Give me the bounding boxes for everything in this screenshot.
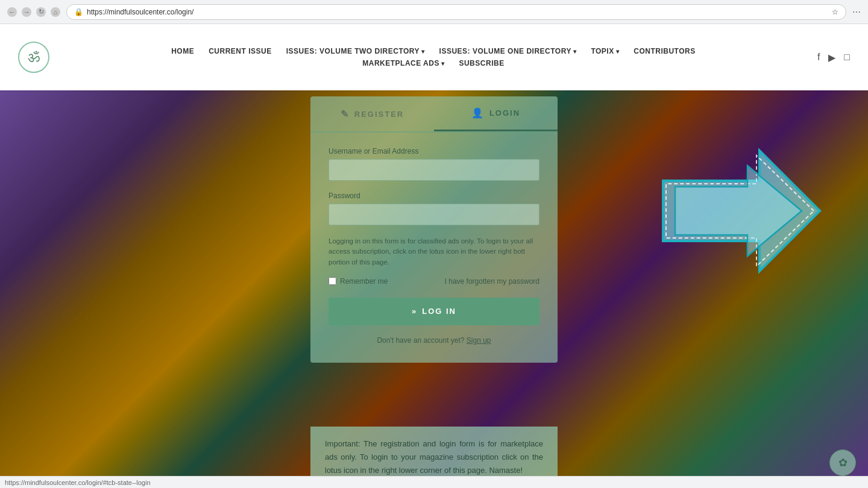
login-btn-label: LOG IN: [422, 307, 456, 316]
chevron-down-icon: ▾: [421, 48, 425, 55]
facebook-icon[interactable]: f: [817, 52, 820, 63]
signup-link-area: Don't have an account yet? Sign up: [329, 336, 539, 345]
status-bar: https://mindfulsoulcenter.co/login/#tcb-…: [0, 476, 868, 488]
password-input[interactable]: [329, 204, 539, 225]
social-links: f ▶ □: [817, 52, 850, 63]
signup-link[interactable]: Sign up: [467, 336, 491, 345]
nav-current-issue[interactable]: CURRENT ISSUE: [209, 47, 272, 55]
bookmark-icon: ☆: [832, 8, 838, 16]
home-button[interactable]: ⌂: [51, 7, 60, 17]
nav-row-2: MARKETPLACE ADS ▾ SUBSCRIBE: [362, 59, 504, 67]
register-icon: ✎: [341, 108, 350, 120]
form-check-row: Remember me I have forgotten my password: [329, 277, 539, 286]
remember-me-label[interactable]: Remember me: [329, 277, 388, 286]
address-bar[interactable]: 🔒 https://mindfulsoulcenter.co/login/ ☆: [66, 4, 846, 20]
nav-row-1: HOME CURRENT ISSUE ISSUES: VOLUME TWO DI…: [171, 47, 695, 55]
login-button[interactable]: » LOG IN: [329, 298, 539, 325]
url-text: https://mindfulsoulcenter.co/login/: [87, 8, 193, 16]
browser-nav-controls[interactable]: ← → ↻ ⌂: [7, 7, 60, 17]
back-button[interactable]: ←: [7, 7, 17, 17]
nav-subscribe[interactable]: SUBSCRIBE: [459, 59, 504, 67]
nav-volume-one[interactable]: ISSUES: VOLUME ONE DIRECTORY ▾: [439, 47, 577, 55]
modal-tabs: ✎ REGISTER 👤 LOGIN: [310, 96, 558, 133]
lotus-icon: ✿: [838, 456, 848, 469]
nav-contributors[interactable]: CONTRIBUTORS: [634, 47, 695, 55]
login-btn-icon: »: [412, 307, 417, 316]
arrow-decoration: [627, 120, 838, 301]
nav-marketplace[interactable]: MARKETPLACE ADS ▾: [362, 59, 444, 67]
forward-button[interactable]: →: [22, 7, 31, 17]
youtube-icon[interactable]: ▶: [828, 52, 835, 63]
username-label: Username or Email Address: [329, 147, 539, 155]
chevron-down-icon: ▾: [616, 48, 620, 55]
lock-icon: 🔒: [74, 8, 83, 16]
register-tab-label: REGISTER: [354, 110, 404, 119]
main-content: ✎ REGISTER 👤 LOGIN Username or Email Add…: [0, 90, 868, 488]
nav-home[interactable]: HOME: [171, 47, 194, 55]
signup-text: Don't have an account yet?: [377, 336, 464, 345]
remember-me-checkbox[interactable]: [329, 277, 336, 285]
instagram-icon[interactable]: □: [844, 52, 850, 63]
browser-toolbar-icons[interactable]: ⋯: [852, 7, 861, 17]
forgot-password-link[interactable]: I have forgotten my password: [445, 277, 539, 286]
nav-volume-two[interactable]: ISSUES: VOLUME TWO DIRECTORY ▾: [286, 47, 425, 55]
tab-login[interactable]: 👤 LOGIN: [434, 96, 558, 131]
bottom-notice-text: Important: The registration and login fo…: [325, 439, 543, 475]
site-header: ॐ HOME CURRENT ISSUE ISSUES: VOLUME TWO …: [0, 24, 868, 90]
login-tab-label: LOGIN: [489, 108, 520, 117]
extensions-icon[interactable]: ⋯: [852, 7, 861, 17]
remember-me-text: Remember me: [340, 277, 388, 286]
nav-topix[interactable]: TOPIX ▾: [591, 47, 619, 55]
logo-area[interactable]: ॐ: [18, 42, 49, 73]
om-logo[interactable]: ॐ: [18, 42, 49, 73]
browser-chrome: ← → ↻ ⌂ 🔒 https://mindfulsoulcenter.co/l…: [0, 0, 868, 24]
lotus-button[interactable]: ✿: [829, 449, 856, 476]
chevron-down-icon: ▾: [573, 48, 577, 55]
username-input[interactable]: [329, 159, 539, 181]
password-label: Password: [329, 192, 539, 200]
reload-button[interactable]: ↻: [36, 7, 46, 17]
login-modal: ✎ REGISTER 👤 LOGIN Username or Email Add…: [310, 96, 558, 363]
user-icon: 👤: [471, 107, 485, 119]
nav-area: HOME CURRENT ISSUE ISSUES: VOLUME TWO DI…: [49, 47, 817, 67]
status-url: https://mindfulsoulcenter.co/login/#tcb-…: [5, 479, 151, 486]
login-notice: Logging in on this form is for classifie…: [329, 236, 539, 267]
login-form: Username or Email Address Password Loggi…: [310, 147, 558, 345]
chevron-down-icon: ▾: [441, 60, 445, 67]
tab-register[interactable]: ✎ REGISTER: [310, 98, 434, 131]
